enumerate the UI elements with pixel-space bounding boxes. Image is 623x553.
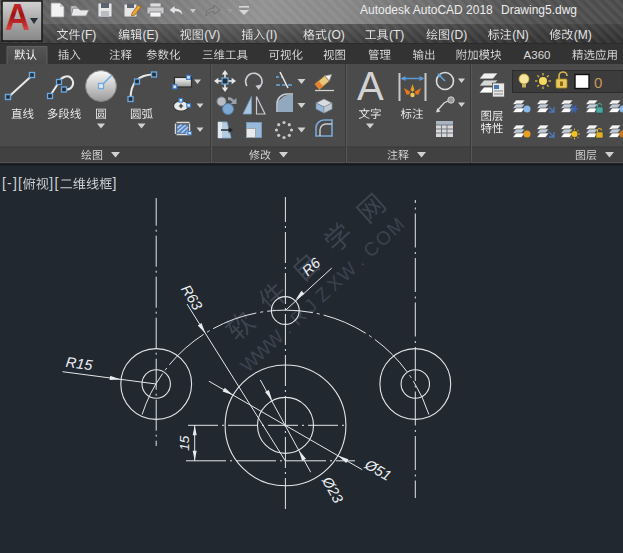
svg-text:Drawing5.dwg: Drawing5.dwg [501, 3, 577, 17]
svg-text:(T): (T) [389, 28, 404, 42]
svg-text:][: ][ [49, 175, 59, 191]
svg-text:(I): (I) [266, 28, 277, 42]
svg-text:A360: A360 [524, 49, 551, 61]
svg-text:A: A [357, 64, 384, 108]
svg-text:Autodesk AutoCAD 2018: Autodesk AutoCAD 2018 [360, 3, 493, 17]
svg-text:(O): (O) [327, 28, 344, 42]
svg-text:A: A [5, 0, 30, 38]
svg-text:(E): (E) [143, 28, 159, 42]
svg-text:0: 0 [594, 74, 602, 91]
svg-text:(M): (M) [574, 28, 592, 42]
svg-text:(D): (D) [451, 28, 468, 42]
svg-text:]: ] [112, 175, 116, 191]
svg-text:15: 15 [177, 435, 192, 451]
svg-text:(V): (V) [204, 28, 220, 42]
svg-text:[-][: [-][ [2, 175, 23, 191]
svg-text:(N): (N) [512, 28, 529, 42]
svg-text:(F): (F) [81, 28, 96, 42]
